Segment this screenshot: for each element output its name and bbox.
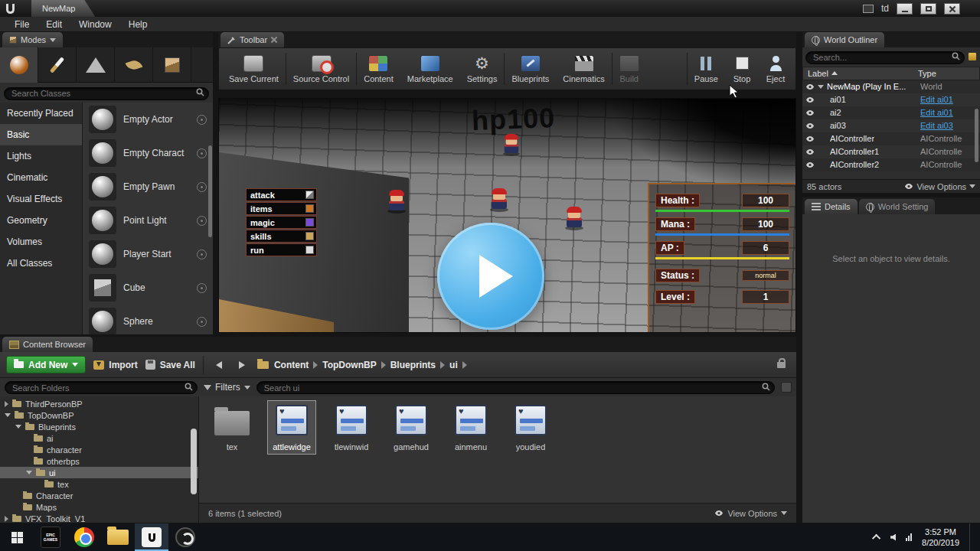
lock-icon[interactable] [777, 362, 786, 368]
tree-item-thirdpersonbp[interactable]: ThirdPersonBP [0, 398, 198, 409]
category-basic[interactable]: Basic [0, 124, 82, 145]
place-item-point-light[interactable]: Point Light [83, 204, 213, 237]
asset-tile-tex[interactable]: tex [208, 401, 256, 454]
drag-handle-icon[interactable] [197, 317, 207, 327]
visibility-eye-icon[interactable] [805, 83, 815, 90]
taskbar-file-explorer[interactable] [101, 523, 135, 551]
collapse-arrow-icon[interactable] [5, 413, 11, 417]
mode-button-foliage[interactable] [115, 47, 153, 83]
column-type[interactable]: Type [918, 69, 975, 78]
outliner-row-world[interactable]: NewMap (Play In E...World [802, 80, 980, 93]
visibility-eye-icon[interactable] [805, 109, 815, 116]
place-item-sphere[interactable]: Sphere [83, 305, 213, 334]
expand-arrow-icon[interactable] [5, 401, 8, 407]
tree-item-otherbps[interactable]: otherbps [0, 455, 198, 467]
minimize-button[interactable] [897, 3, 913, 15]
toolbar-button-stop[interactable]: Stop [725, 48, 759, 90]
maximize-button[interactable] [920, 3, 936, 15]
category-lights[interactable]: Lights [0, 145, 82, 167]
category-cinematic[interactable]: Cinematic [0, 167, 82, 188]
visibility-eye-icon[interactable] [805, 148, 815, 155]
save-search-icon[interactable] [781, 382, 792, 393]
battle-menu-magic[interactable]: magic [246, 216, 317, 229]
crumb-ui[interactable]: ui [449, 360, 458, 370]
edit-blueprint-link[interactable]: Edit ai03 [920, 121, 977, 130]
tree-item-vfx-toolkit[interactable]: VFX_Toolkit_V1 [0, 513, 198, 523]
outliner-row-ai01[interactable]: ai01Edit ai01 [802, 93, 980, 106]
start-button[interactable] [0, 523, 34, 551]
layout-icon[interactable] [863, 5, 874, 13]
asset-tile-ainmenu[interactable]: ♥ainmenu [447, 401, 495, 454]
category-recently-placed[interactable]: Recently Placed [0, 103, 82, 124]
menu-help[interactable]: Help [120, 19, 156, 30]
tree-item-topdownbp[interactable]: TopDownBP [0, 409, 198, 421]
toolbar-button-pause[interactable]: Pause [688, 48, 725, 90]
add-filter-icon[interactable] [968, 52, 977, 61]
tree-item-ai[interactable]: ai [0, 432, 198, 444]
tab-world-setting[interactable]: World Setting [859, 199, 936, 214]
battle-menu-attack[interactable]: attack [246, 188, 317, 201]
add-new-button[interactable]: Add New [6, 356, 86, 373]
visibility-eye-icon[interactable] [805, 96, 815, 103]
toolbar-button-blueprints[interactable]: Blueprints [505, 48, 556, 90]
search-classes-input[interactable] [4, 87, 209, 100]
visibility-eye-icon[interactable] [805, 122, 815, 129]
toolbar-button-source-control[interactable]: Source Control [286, 48, 356, 90]
visibility-eye-icon[interactable] [805, 161, 815, 168]
category-visual-effects[interactable]: Visual Effects [0, 188, 82, 210]
place-item-player-start[interactable]: Player Start [83, 237, 213, 271]
mode-button-geometry[interactable] [153, 47, 191, 83]
filters-button[interactable]: Filters [204, 382, 250, 393]
drag-handle-icon[interactable] [197, 283, 207, 293]
toolbar-button-settings[interactable]: ⚙Settings [460, 48, 505, 90]
expand-arrow-icon[interactable] [818, 85, 824, 89]
taskbar-epic-games[interactable]: EPIC GAMES [34, 523, 67, 551]
tab-toolbar[interactable]: Toolbar [220, 32, 284, 47]
expand-arrow-icon[interactable] [5, 516, 8, 522]
toolbar-button-cinematics[interactable]: Cinematics [556, 48, 611, 90]
menu-window[interactable]: Window [70, 19, 120, 30]
edit-blueprint-link[interactable]: Edit ai01 [920, 108, 977, 117]
asset-tile-attlewidge[interactable]: ♥attlewidge [268, 401, 315, 454]
drag-handle-icon[interactable] [197, 115, 207, 125]
collapse-arrow-icon[interactable] [26, 471, 32, 474]
crumb-topdownbp[interactable]: TopDownBP [322, 360, 376, 370]
toolbar-button-build[interactable]: Build [612, 48, 646, 90]
tree-item-tex[interactable]: tex [0, 478, 198, 490]
taskbar-obs[interactable] [168, 523, 202, 551]
place-item-empty-pawn[interactable]: Empty Pawn [83, 170, 213, 204]
category-all-classes[interactable]: All Classes [0, 253, 82, 274]
column-label[interactable]: Label [808, 69, 828, 78]
view-options-button[interactable]: View Options [714, 509, 787, 518]
menu-file[interactable]: File [6, 19, 38, 30]
category-volumes[interactable]: Volumes [0, 231, 82, 253]
edit-blueprint-link[interactable]: Edit ai01 [920, 95, 977, 104]
back-button[interactable] [211, 358, 227, 372]
collapse-arrow-icon[interactable] [15, 425, 21, 429]
tab-content-browser[interactable]: Content Browser [2, 337, 93, 352]
mode-button-landscape[interactable] [77, 47, 115, 83]
drag-handle-icon[interactable] [197, 249, 207, 259]
scrollbar[interactable] [191, 429, 197, 494]
close-tab-icon[interactable] [271, 37, 277, 43]
outliner-row-ai03[interactable]: ai03Edit ai03 [802, 119, 980, 132]
crumb-content[interactable]: Content [274, 360, 309, 370]
view-options-button[interactable]: View Options [904, 182, 975, 191]
taskbar-unreal-engine[interactable] [135, 523, 168, 551]
tab-modes[interactable]: Modes [2, 32, 63, 47]
tab-details[interactable]: Details [805, 199, 858, 214]
asset-tile-tlewinwid[interactable]: ♥tlewinwid [328, 401, 375, 454]
place-item-empty-actor[interactable]: Empty Actor [83, 103, 213, 136]
tree-item-ui[interactable]: ui [0, 467, 198, 478]
toolbar-button-eject[interactable]: Eject [759, 48, 792, 90]
tray-expand-icon[interactable] [872, 534, 880, 543]
mode-button-place[interactable] [0, 47, 38, 83]
crumb-blueprints[interactable]: Blueprints [390, 360, 436, 370]
save-all-button[interactable]: Save All [145, 360, 195, 370]
battle-menu-items[interactable]: items [246, 202, 317, 215]
outliner-search-input[interactable] [805, 51, 965, 64]
asset-tile-youdied[interactable]: ♥youdied [507, 401, 554, 454]
toolbar-button-marketplace[interactable]: Marketplace [400, 48, 460, 90]
tree-item-maps[interactable]: Maps [0, 501, 198, 513]
scrollbar[interactable] [975, 109, 978, 162]
